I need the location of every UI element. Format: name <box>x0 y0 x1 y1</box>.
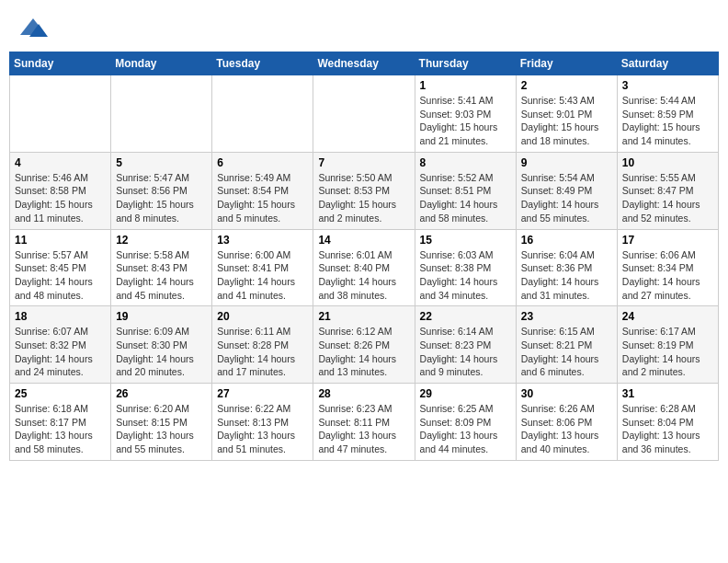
day-info: Sunrise: 5:47 AM Sunset: 8:56 PM Dayligh… <box>116 171 207 225</box>
day-number: 16 <box>521 234 612 247</box>
day-info: Sunrise: 6:15 AM Sunset: 8:21 PM Dayligh… <box>521 325 612 379</box>
weekday-header-row: SundayMondayTuesdayWednesdayThursdayFrid… <box>10 52 719 75</box>
day-info: Sunrise: 6:09 AM Sunset: 8:30 PM Dayligh… <box>116 325 207 379</box>
calendar-week-row: 11Sunrise: 5:57 AM Sunset: 8:45 PM Dayli… <box>10 229 719 306</box>
calendar-cell: 20Sunrise: 6:11 AM Sunset: 8:28 PM Dayli… <box>212 306 313 384</box>
weekday-header: Wednesday <box>313 52 415 75</box>
day-number: 11 <box>15 234 106 247</box>
calendar-cell: 15Sunrise: 6:03 AM Sunset: 8:38 PM Dayli… <box>415 229 516 306</box>
calendar-cell: 18Sunrise: 6:07 AM Sunset: 8:32 PM Dayli… <box>10 306 111 384</box>
day-number: 12 <box>116 234 207 247</box>
weekday-header: Sunday <box>10 52 111 75</box>
day-info: Sunrise: 5:49 AM Sunset: 8:54 PM Dayligh… <box>217 171 308 225</box>
day-info: Sunrise: 6:26 AM Sunset: 8:06 PM Dayligh… <box>521 402 612 456</box>
calendar-cell: 24Sunrise: 6:17 AM Sunset: 8:19 PM Dayli… <box>617 306 718 384</box>
weekday-header: Thursday <box>415 52 516 75</box>
calendar-cell: 7Sunrise: 5:50 AM Sunset: 8:53 PM Daylig… <box>313 152 415 229</box>
logo <box>18 17 51 42</box>
calendar-cell: 30Sunrise: 6:26 AM Sunset: 8:06 PM Dayli… <box>516 384 617 461</box>
weekday-header: Tuesday <box>212 52 313 75</box>
calendar-cell: 14Sunrise: 6:01 AM Sunset: 8:40 PM Dayli… <box>313 229 415 306</box>
day-info: Sunrise: 5:50 AM Sunset: 8:53 PM Dayligh… <box>318 171 409 225</box>
calendar-cell: 9Sunrise: 5:54 AM Sunset: 8:49 PM Daylig… <box>516 152 617 229</box>
day-number: 22 <box>420 310 511 323</box>
day-number: 6 <box>217 156 308 169</box>
weekday-header: Monday <box>111 52 212 75</box>
day-info: Sunrise: 6:11 AM Sunset: 8:28 PM Dayligh… <box>217 325 308 379</box>
day-info: Sunrise: 6:06 AM Sunset: 8:34 PM Dayligh… <box>622 248 713 303</box>
day-info: Sunrise: 6:22 AM Sunset: 8:13 PM Dayligh… <box>217 402 308 456</box>
calendar-cell <box>10 75 111 153</box>
day-number: 14 <box>318 234 409 247</box>
day-number: 26 <box>116 387 207 400</box>
day-number: 31 <box>622 387 713 400</box>
calendar-cell: 12Sunrise: 5:58 AM Sunset: 8:43 PM Dayli… <box>111 229 212 306</box>
day-number: 7 <box>318 156 409 169</box>
calendar-cell <box>111 75 212 153</box>
day-number: 27 <box>217 387 308 400</box>
day-info: Sunrise: 6:12 AM Sunset: 8:26 PM Dayligh… <box>318 325 409 379</box>
day-number: 5 <box>116 156 207 169</box>
day-info: Sunrise: 6:28 AM Sunset: 8:04 PM Dayligh… <box>622 402 713 456</box>
day-number: 10 <box>622 156 713 169</box>
calendar-cell: 26Sunrise: 6:20 AM Sunset: 8:15 PM Dayli… <box>111 384 212 461</box>
calendar-cell: 4Sunrise: 5:46 AM Sunset: 8:58 PM Daylig… <box>10 152 111 229</box>
day-info: Sunrise: 6:18 AM Sunset: 8:17 PM Dayligh… <box>15 402 106 456</box>
day-number: 20 <box>217 310 308 323</box>
day-info: Sunrise: 6:17 AM Sunset: 8:19 PM Dayligh… <box>622 325 713 379</box>
day-number: 18 <box>15 310 106 323</box>
calendar-cell: 23Sunrise: 6:15 AM Sunset: 8:21 PM Dayli… <box>516 306 617 384</box>
day-info: Sunrise: 6:01 AM Sunset: 8:40 PM Dayligh… <box>318 248 409 303</box>
day-number: 4 <box>15 156 106 169</box>
calendar-week-row: 4Sunrise: 5:46 AM Sunset: 8:58 PM Daylig… <box>10 152 719 229</box>
weekday-header: Friday <box>516 52 617 75</box>
day-number: 9 <box>521 156 612 169</box>
day-info: Sunrise: 5:57 AM Sunset: 8:45 PM Dayligh… <box>15 248 106 303</box>
day-number: 2 <box>521 79 612 92</box>
calendar-week-row: 25Sunrise: 6:18 AM Sunset: 8:17 PM Dayli… <box>10 384 719 461</box>
calendar-cell: 13Sunrise: 6:00 AM Sunset: 8:41 PM Dayli… <box>212 229 313 306</box>
day-info: Sunrise: 5:54 AM Sunset: 8:49 PM Dayligh… <box>521 171 612 225</box>
calendar-cell: 8Sunrise: 5:52 AM Sunset: 8:51 PM Daylig… <box>415 152 516 229</box>
calendar-cell <box>313 75 415 153</box>
weekday-header: Saturday <box>617 52 718 75</box>
calendar-cell: 25Sunrise: 6:18 AM Sunset: 8:17 PM Dayli… <box>10 384 111 461</box>
calendar-week-row: 18Sunrise: 6:07 AM Sunset: 8:32 PM Dayli… <box>10 306 719 384</box>
day-info: Sunrise: 5:43 AM Sunset: 9:01 PM Dayligh… <box>521 94 612 148</box>
day-info: Sunrise: 6:03 AM Sunset: 8:38 PM Dayligh… <box>420 248 511 303</box>
day-info: Sunrise: 5:44 AM Sunset: 8:59 PM Dayligh… <box>622 94 713 148</box>
day-info: Sunrise: 6:20 AM Sunset: 8:15 PM Dayligh… <box>116 402 207 456</box>
day-info: Sunrise: 5:41 AM Sunset: 9:03 PM Dayligh… <box>420 94 511 148</box>
day-info: Sunrise: 5:55 AM Sunset: 8:47 PM Dayligh… <box>622 171 713 225</box>
calendar-cell: 21Sunrise: 6:12 AM Sunset: 8:26 PM Dayli… <box>313 306 415 384</box>
day-info: Sunrise: 6:07 AM Sunset: 8:32 PM Dayligh… <box>15 325 106 379</box>
calendar-cell: 2Sunrise: 5:43 AM Sunset: 9:01 PM Daylig… <box>516 75 617 153</box>
logo-icon <box>18 17 48 42</box>
calendar-cell: 1Sunrise: 5:41 AM Sunset: 9:03 PM Daylig… <box>415 75 516 153</box>
day-info: Sunrise: 6:25 AM Sunset: 8:09 PM Dayligh… <box>420 402 511 456</box>
day-number: 23 <box>521 310 612 323</box>
calendar-cell: 10Sunrise: 5:55 AM Sunset: 8:47 PM Dayli… <box>617 152 718 229</box>
day-number: 15 <box>420 234 511 247</box>
day-number: 3 <box>622 79 713 92</box>
day-info: Sunrise: 6:14 AM Sunset: 8:23 PM Dayligh… <box>420 325 511 379</box>
day-info: Sunrise: 6:04 AM Sunset: 8:36 PM Dayligh… <box>521 248 612 303</box>
calendar-cell: 17Sunrise: 6:06 AM Sunset: 8:34 PM Dayli… <box>617 229 718 306</box>
calendar-table: SundayMondayTuesdayWednesdayThursdayFrid… <box>9 52 719 461</box>
calendar-cell: 6Sunrise: 5:49 AM Sunset: 8:54 PM Daylig… <box>212 152 313 229</box>
day-number: 19 <box>116 310 207 323</box>
page-header <box>9 9 719 46</box>
day-info: Sunrise: 5:46 AM Sunset: 8:58 PM Dayligh… <box>15 171 106 225</box>
calendar-cell: 27Sunrise: 6:22 AM Sunset: 8:13 PM Dayli… <box>212 384 313 461</box>
calendar-cell: 3Sunrise: 5:44 AM Sunset: 8:59 PM Daylig… <box>617 75 718 153</box>
day-number: 17 <box>622 234 713 247</box>
day-number: 13 <box>217 234 308 247</box>
day-info: Sunrise: 5:58 AM Sunset: 8:43 PM Dayligh… <box>116 248 207 303</box>
calendar-cell: 19Sunrise: 6:09 AM Sunset: 8:30 PM Dayli… <box>111 306 212 384</box>
day-number: 29 <box>420 387 511 400</box>
calendar-cell: 22Sunrise: 6:14 AM Sunset: 8:23 PM Dayli… <box>415 306 516 384</box>
calendar-cell: 5Sunrise: 5:47 AM Sunset: 8:56 PM Daylig… <box>111 152 212 229</box>
day-number: 30 <box>521 387 612 400</box>
day-info: Sunrise: 6:23 AM Sunset: 8:11 PM Dayligh… <box>318 402 409 456</box>
calendar-cell: 29Sunrise: 6:25 AM Sunset: 8:09 PM Dayli… <box>415 384 516 461</box>
